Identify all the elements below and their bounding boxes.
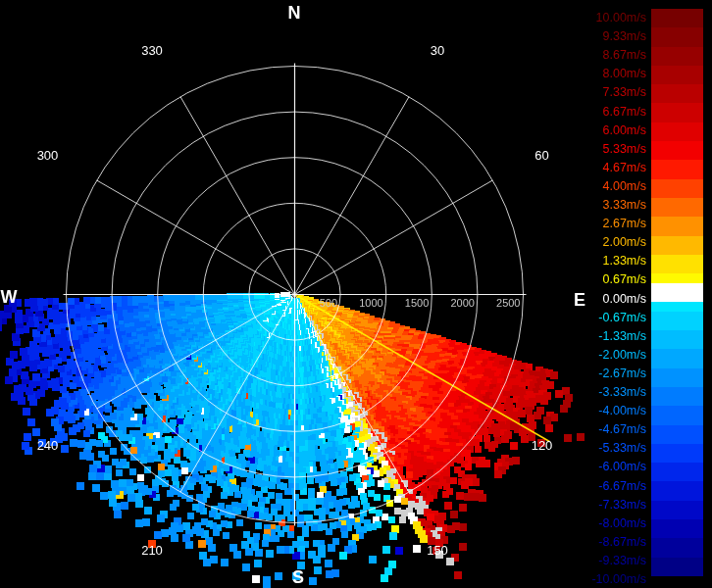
colorbar-segment-9 [651, 179, 703, 198]
colorbar-segment-3 [651, 66, 703, 84]
colorbar-segment-23 [651, 444, 703, 463]
colorbar-segment-17 [651, 330, 703, 349]
colorbar-segment-4 [651, 84, 703, 103]
colorbar-segment-24 [651, 463, 703, 481]
colorbar-segment-29 [651, 558, 703, 576]
colorbar-segment-18 [651, 349, 703, 368]
colorbar-segment-25 [651, 481, 703, 500]
colorbar-segment-27 [651, 519, 703, 538]
colorbar-segment-26 [651, 501, 703, 519]
colorbar-zero-band [651, 283, 703, 302]
colorbar-segment-1 [651, 27, 703, 46]
colorbar-segment-20 [651, 387, 703, 406]
colorbar-segment-0 [651, 9, 703, 27]
ppi-polar-velocity-chart [0, 0, 712, 588]
colorbar-segment-8 [651, 160, 703, 178]
colorbar-segment-7 [651, 141, 703, 160]
colorbar-segment-21 [651, 406, 703, 424]
colorbar-segment-10 [651, 198, 703, 217]
doppler-ppi-display: NESW306012015021024030033050010001500200… [0, 0, 712, 588]
colorbar-segment-22 [651, 425, 703, 444]
colorbar-segment-5 [651, 103, 703, 122]
colorbar-segment-2 [651, 47, 703, 66]
colorbar-segment-6 [651, 122, 703, 141]
colorbar-segment-19 [651, 368, 703, 387]
colorbar-segment-28 [651, 538, 703, 557]
colorbar-segment-13 [651, 255, 703, 273]
colorbar-segment-12 [651, 236, 703, 255]
velocity-colorbar [651, 9, 703, 576]
colorbar-segment-11 [651, 217, 703, 235]
colorbar-segment-16 [651, 312, 703, 330]
